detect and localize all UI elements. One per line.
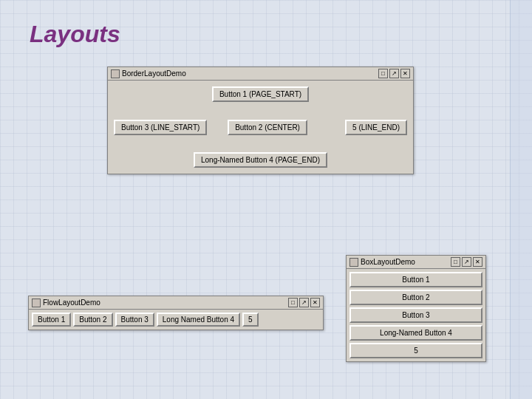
box-window-titlebar: BoxLayoutDemo □ ↗ ✕ [347,256,485,269]
flow-window-minimize[interactable]: □ [288,298,298,307]
box-window-close[interactable]: ✕ [473,257,482,267]
box-layout-window: BoxLayoutDemo □ ↗ ✕ Button 1 Button 2 Bu… [346,255,486,362]
border-line-end-area: 5 (LINE_END) [325,108,410,146]
border-window-close[interactable]: ✕ [400,69,410,78]
border-window-icon [111,69,120,78]
corner-decoration [510,0,532,399]
flow-window-title-left: FlowLayoutDemo [32,299,100,307]
box-btn-4[interactable]: Long-Named Button 4 [349,325,482,341]
flow-btn-4[interactable]: Long Named Button 4 [157,313,240,327]
flow-layout-window: FlowLayoutDemo □ ↗ ✕ Button 1 Button 2 B… [28,296,324,330]
box-btn-3[interactable]: Button 3 [349,307,482,323]
border-layout-window: BorderLayoutDemo □ ↗ ✕ Button 1 (PAGE_ST… [107,66,414,174]
border-btn-page-end[interactable]: Long-Named Button 4 (PAGE_END) [194,152,327,168]
border-page-end-area: Long-Named Button 4 (PAGE_END) [111,149,410,171]
border-page-start-area: Button 1 (PAGE_START) [111,83,410,105]
border-center-area: Button 2 (CENTER) [213,108,321,146]
flow-window-title-text: FlowLayoutDemo [43,299,100,307]
box-btn-2[interactable]: Button 2 [349,290,482,305]
flow-layout-content: Button 1 Button 2 Button 3 Long Named Bu… [29,310,323,330]
border-layout-content: Button 1 (PAGE_START) Button 3 (LINE_STA… [108,81,413,174]
border-window-minimize[interactable]: □ [378,69,388,78]
flow-window-maximize[interactable]: ↗ [299,298,309,307]
box-window-title-left: BoxLayoutDemo [349,258,415,267]
box-btn-1[interactable]: Button 1 [349,272,482,287]
border-btn-page-start[interactable]: Button 1 (PAGE_START) [212,86,309,102]
box-btn-5[interactable]: 5 [349,343,482,358]
border-center-row: Button 3 (LINE_START) Button 2 (CENTER) … [111,108,410,146]
flow-window-titlebar: FlowLayoutDemo □ ↗ ✕ [29,296,323,310]
border-window-titlebar: BorderLayoutDemo □ ↗ ✕ [108,67,413,81]
border-btn-center[interactable]: Button 2 (CENTER) [228,120,307,135]
border-window-title-left: BorderLayoutDemo [111,69,186,78]
box-window-maximize[interactable]: ↗ [462,257,471,267]
flow-window-controls: □ ↗ ✕ [288,298,320,307]
border-line-start-area: Button 3 (LINE_START) [111,108,210,146]
box-layout-content: Button 1 Button 2 Button 3 Long-Named Bu… [347,269,485,361]
page-title: Layouts [30,21,120,48]
flow-btn-5[interactable]: 5 [242,313,259,327]
border-btn-line-start[interactable]: Button 3 (LINE_START) [114,120,207,135]
border-window-maximize[interactable]: ↗ [389,69,399,78]
flow-window-icon [32,299,41,307]
border-btn-line-end[interactable]: 5 (LINE_END) [345,120,407,135]
flow-btn-2[interactable]: Button 2 [73,313,112,327]
flow-btn-1[interactable]: Button 1 [32,313,71,327]
box-window-icon [349,258,358,267]
box-window-minimize[interactable]: □ [451,257,460,267]
flow-btn-3[interactable]: Button 3 [115,313,154,327]
box-window-controls: □ ↗ ✕ [451,257,482,267]
flow-window-close[interactable]: ✕ [310,298,320,307]
border-window-controls: □ ↗ ✕ [378,69,410,78]
border-window-title-text: BorderLayoutDemo [122,69,186,78]
box-window-title-text: BoxLayoutDemo [361,258,415,266]
